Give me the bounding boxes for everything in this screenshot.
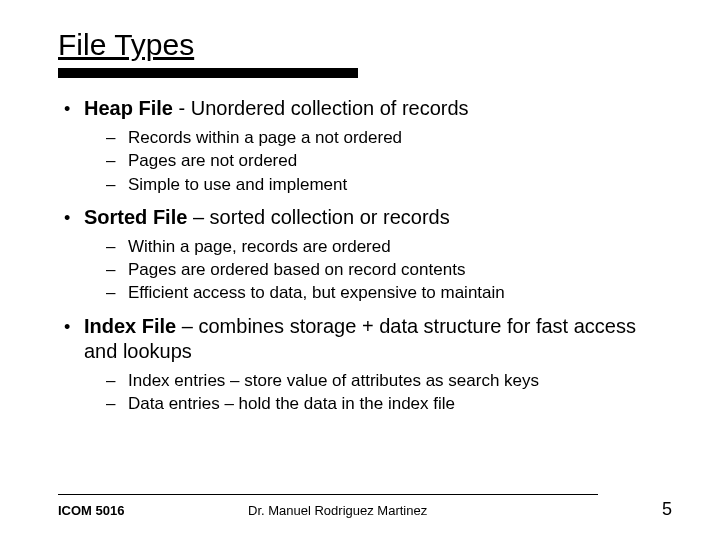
sub-list-item: –Efficient access to data, but expensive… [106, 282, 672, 303]
sub-item-text: Index entries – store value of attribute… [128, 370, 539, 391]
sub-list-item: –Records within a page a not ordered [106, 127, 672, 148]
dash-icon: – [106, 393, 128, 414]
list-item: • Index File – combines storage + data s… [58, 314, 672, 415]
sub-list: –Within a page, records are ordered –Pag… [106, 236, 672, 304]
sub-list-item: –Index entries – store value of attribut… [106, 370, 672, 391]
sub-item-text: Simple to use and implement [128, 174, 347, 195]
dash-icon: – [106, 236, 128, 257]
list-item: • Sorted File – sorted collection or rec… [58, 205, 672, 304]
sub-list: –Records within a page a not ordered –Pa… [106, 127, 672, 195]
sub-list: –Index entries – store value of attribut… [106, 370, 672, 415]
sub-item-text: Pages are ordered based on record conten… [128, 259, 465, 280]
dash-icon: – [106, 259, 128, 280]
dash-icon: – [106, 127, 128, 148]
title-underline-bar [58, 68, 358, 78]
sub-list-item: –Within a page, records are ordered [106, 236, 672, 257]
slide-body: • Heap File - Unordered collection of re… [58, 96, 672, 414]
list-item-strong: Heap File [84, 97, 173, 119]
dash-icon: – [106, 150, 128, 171]
sub-item-text: Within a page, records are ordered [128, 236, 391, 257]
list-item-text: Heap File - Unordered collection of reco… [84, 96, 672, 121]
sub-list-item: –Pages are ordered based on record conte… [106, 259, 672, 280]
list-item-rest: – sorted collection or records [187, 206, 449, 228]
slide: File Types • Heap File - Unordered colle… [0, 0, 720, 540]
sub-list-item: –Pages are not ordered [106, 150, 672, 171]
footer-author: Dr. Manuel Rodriguez Martinez [238, 503, 662, 518]
slide-footer: ICOM 5016 Dr. Manuel Rodriguez Martinez … [0, 494, 720, 520]
list-item: • Heap File - Unordered collection of re… [58, 96, 672, 195]
footer-rule [58, 494, 598, 495]
sub-list-item: –Data entries – hold the data in the ind… [106, 393, 672, 414]
list-item-text: Index File – combines storage + data str… [84, 314, 672, 364]
dash-icon: – [106, 282, 128, 303]
sub-item-text: Efficient access to data, but expensive … [128, 282, 505, 303]
sub-list-item: –Simple to use and implement [106, 174, 672, 195]
list-item-rest: - Unordered collection of records [173, 97, 469, 119]
bullet-icon: • [58, 207, 84, 230]
bullet-icon: • [58, 316, 84, 339]
list-item-strong: Index File [84, 315, 176, 337]
list-item-text: Sorted File – sorted collection or recor… [84, 205, 672, 230]
list-item-strong: Sorted File [84, 206, 187, 228]
sub-item-text: Data entries – hold the data in the inde… [128, 393, 455, 414]
slide-title: File Types [58, 28, 672, 62]
dash-icon: – [106, 370, 128, 391]
bullet-list: • Heap File - Unordered collection of re… [58, 96, 672, 414]
sub-item-text: Records within a page a not ordered [128, 127, 402, 148]
footer-course-code: ICOM 5016 [58, 503, 238, 518]
sub-item-text: Pages are not ordered [128, 150, 297, 171]
bullet-icon: • [58, 98, 84, 121]
dash-icon: – [106, 174, 128, 195]
footer-page-number: 5 [662, 499, 672, 520]
